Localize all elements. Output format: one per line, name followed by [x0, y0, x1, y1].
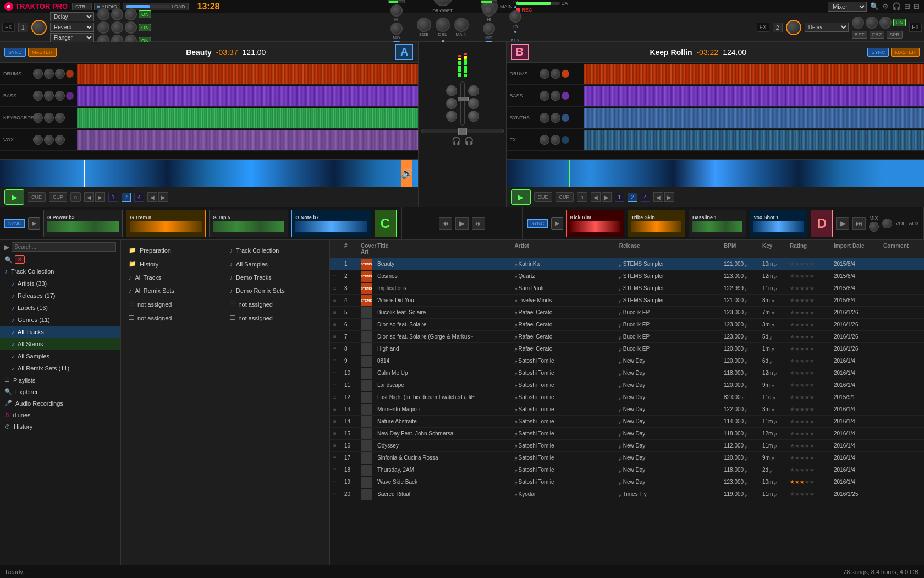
deck-b-arrow-left-2[interactable]: ◀	[653, 192, 663, 202]
hi-eq-a[interactable]	[446, 85, 457, 96]
sidebar-item-releases[interactable]: Releases (17)	[0, 290, 120, 302]
transport-next-btn[interactable]: ⏭	[472, 217, 485, 230]
deck-b-cue-btn[interactable]: CUE	[534, 192, 552, 202]
fader-track[interactable]	[460, 81, 465, 126]
track-row[interactable]: ≡ 1 STEMS Beauty 𝑝KatrinKa 𝑝STEMS Sample…	[330, 258, 924, 270]
b-synths-k1[interactable]	[540, 113, 549, 123]
deck-b-master-btn[interactable]: MASTER	[891, 48, 920, 57]
fx-right-knob-2[interactable]	[866, 17, 878, 29]
sampler-d-sync-btn[interactable]: SYNC	[527, 219, 548, 228]
track-rating[interactable]: ★★★★★	[787, 417, 831, 426]
mixer-select[interactable]: Mixer Internal External	[828, 2, 867, 12]
crossfader[interactable]	[421, 129, 504, 133]
track-row[interactable]: ≡ 17 Sinfonia & Cucina Rossa 𝑝Satoshi To…	[330, 452, 924, 464]
folder-not-assigned-1[interactable]: ☰ not assigned	[125, 298, 224, 310]
b-fx-k2[interactable]	[551, 135, 560, 145]
fx-knob-delay-left[interactable]	[97, 8, 109, 20]
track-row[interactable]: ≡ 18 Thursday, 2AM 𝑝Satoshi Tomiie 𝑝New …	[330, 464, 924, 476]
bass-knob-1[interactable]	[33, 91, 43, 101]
track-row[interactable]: ≡ 7 Dioniso feat. Solaire (Gorge & Marku…	[330, 331, 924, 343]
th-artist[interactable]: Artist	[512, 242, 616, 256]
folder-demo-remix[interactable]: ♪ Demo Remix Sets	[227, 285, 326, 296]
folder-track-collection[interactable]: ♪ Track Collection	[227, 244, 326, 256]
sampler-c-play-btn[interactable]: ▶	[28, 217, 40, 230]
fx-dw-knob-left[interactable]	[31, 20, 47, 35]
sidebar-item-track-collection[interactable]: Track Collection	[0, 265, 120, 277]
track-rating[interactable]: ★★★★★	[787, 490, 831, 498]
sampler-c-pad-1[interactable]: G Power b3	[43, 210, 123, 237]
deck-a-n-btn[interactable]: n	[70, 192, 81, 202]
sidebar-item-playlists[interactable]: Playlists	[0, 374, 120, 386]
th-comment[interactable]: Comment	[880, 242, 924, 256]
fx-right-knob-3[interactable]	[879, 17, 892, 29]
track-row[interactable]: ≡ 4 STEMS Where Did You 𝑝Twelve Minds 𝑝S…	[330, 295, 924, 307]
track-row[interactable]: ≡ 3 STEMS Implications 𝑝Sam Pauli 𝑝STEMS…	[330, 282, 924, 295]
track-row[interactable]: ≡ 2 STEMS Cosmos 𝑝Quartz 𝑝STEMS Sampler …	[330, 270, 924, 282]
sampler-d-pad-2[interactable]: Tribe Skin	[628, 210, 685, 237]
deck-b-n-btn[interactable]: n	[577, 192, 587, 202]
track-row[interactable]: ≡ 11 Landscape 𝑝Satoshi Tomiie 𝑝New Day …	[330, 379, 924, 391]
keys-knob-3[interactable]	[55, 113, 65, 123]
b-drums-k1[interactable]	[540, 69, 549, 79]
layout-icon-btn[interactable]: ⊞	[904, 2, 910, 10]
track-row[interactable]: ≡ 15 New Day Feat. John Schmersal 𝑝Satos…	[330, 428, 924, 440]
deck-a-sync-btn[interactable]: SYNC	[4, 48, 26, 57]
mid-knob-b[interactable]	[483, 23, 495, 35]
fx-right-on-btn[interactable]: ON	[893, 19, 906, 26]
track-row[interactable]: ≡ 5 Bucolik feat. Solaire 𝑝Rafael Cerato…	[330, 307, 924, 319]
track-row[interactable]: ≡ 14 Nature Abstraite 𝑝Satoshi Tomiie 𝑝N…	[330, 416, 924, 428]
track-rating[interactable]: ★★★★★	[787, 381, 831, 389]
headphones-b-btn[interactable]: 🎧	[464, 137, 474, 145]
sampler-c-pad-4[interactable]: G Note b7	[292, 210, 371, 237]
folder-history[interactable]: 📁 History	[125, 258, 224, 270]
deck-b-cue-4[interactable]: 4	[641, 193, 651, 202]
b-synths-k2[interactable]	[551, 113, 560, 123]
fx-knob-reverb-left[interactable]	[97, 21, 109, 34]
fx-knob-delay3-left[interactable]	[125, 8, 137, 20]
track-rating[interactable]: ★★★★★	[787, 405, 831, 413]
deck-a-cue-2[interactable]: 2	[122, 193, 131, 202]
mix-knob[interactable]	[869, 222, 879, 232]
deck-a-cue-4[interactable]: 4	[134, 193, 144, 202]
fx-on-btn-2[interactable]: ON	[139, 24, 152, 31]
track-rating[interactable]: ★★★★★	[787, 454, 831, 462]
deck-a-arrow-left[interactable]: ◀	[84, 192, 94, 202]
b-bass-k1[interactable]	[540, 91, 549, 101]
sidebar-play-btn[interactable]: ▶	[4, 243, 9, 251]
transport-prev-btn[interactable]: ⏮	[439, 217, 452, 230]
track-rating[interactable]: ★★★★★	[787, 260, 831, 268]
track-row[interactable]: ≡ 6 Dioniso feat. Solaire 𝑝Rafael Cerato…	[330, 319, 924, 331]
sampler-c-pad-2[interactable]: G Trem 8	[126, 210, 205, 237]
sidebar-item-audio-recordings[interactable]: Audio Recordings	[0, 397, 120, 409]
b-drums-mute[interactable]	[562, 70, 569, 78]
b-fx-k1[interactable]	[540, 135, 549, 145]
folder-not-assigned-2[interactable]: ☰ not assigned	[227, 298, 326, 310]
fx-on-btn-1[interactable]: ON	[139, 10, 152, 18]
vox-knob-3[interactable]	[55, 135, 65, 145]
mid-knob-a[interactable]	[391, 23, 403, 35]
headphones-a-btn[interactable]: 🎧	[452, 137, 461, 145]
track-rating[interactable]: ★★★★★	[787, 332, 831, 341]
fx-knob-reverb2-left[interactable]	[111, 21, 123, 34]
del-knob[interactable]	[436, 18, 450, 32]
keys-knob-2[interactable]	[44, 113, 54, 123]
deck-b-cup-btn[interactable]: CUP	[556, 192, 574, 202]
lo-eq-a[interactable]	[446, 111, 457, 122]
deck-a-arrow-right[interactable]: ▶	[95, 192, 105, 202]
track-row[interactable]: ≡ 10 Calm Me Up 𝑝Satoshi Tomiie 𝑝New Day…	[330, 367, 924, 379]
fx-left-num[interactable]: 1	[18, 23, 28, 32]
sampler-d-play-btn[interactable]: ▶	[551, 217, 563, 230]
sidebar-item-explorer[interactable]: Explorer	[0, 386, 120, 397]
deck-a-play-btn[interactable]: ▶	[4, 189, 24, 205]
deck-b-cue-1[interactable]: 1	[615, 193, 625, 202]
sidebar-item-labels[interactable]: Labels (16)	[0, 302, 120, 314]
hi-knob-a[interactable]	[391, 4, 403, 17]
track-rating[interactable]: ★★★★★	[787, 478, 831, 486]
sampler-d-pad-1[interactable]: Kick Rim	[566, 210, 624, 237]
sidebar-close-btn[interactable]: ✕	[15, 255, 25, 264]
deck-b-arrow-right[interactable]: ▶	[602, 192, 612, 202]
deck-b-progress[interactable]	[507, 159, 925, 187]
mid-eq-a[interactable]	[446, 98, 457, 109]
track-rating[interactable]: ★★★★★	[787, 441, 831, 450]
folder-not-assigned-3[interactable]: ☰ not assigned	[125, 312, 224, 324]
